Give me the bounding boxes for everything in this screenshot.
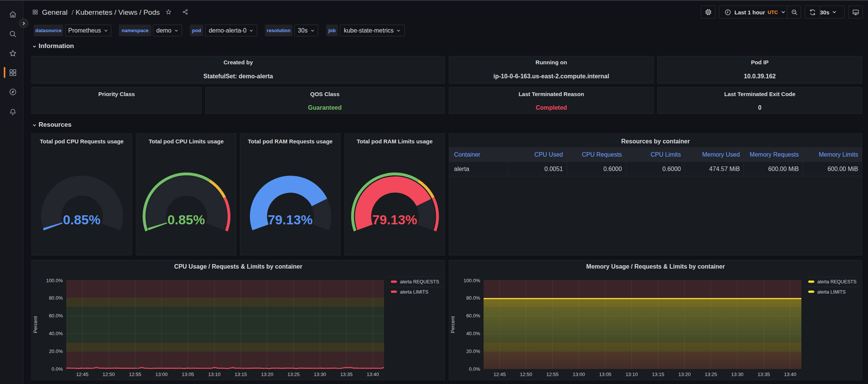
svg-text:13:25: 13:25 <box>288 372 300 377</box>
svg-text:12:55: 12:55 <box>546 372 559 377</box>
svg-text:40.0%: 40.0% <box>49 331 63 336</box>
svg-text:13:35: 13:35 <box>758 372 770 377</box>
svg-text:13:30: 13:30 <box>731 372 744 377</box>
svg-text:20.0%: 20.0% <box>466 348 480 354</box>
svg-text:13:40: 13:40 <box>367 372 379 377</box>
svg-text:Percent: Percent <box>450 316 456 333</box>
svg-text:alerta REQUESTS: alerta REQUESTS <box>817 279 857 285</box>
svg-text:Percent: Percent <box>33 316 38 333</box>
svg-text:13:25: 13:25 <box>705 372 717 377</box>
svg-text:12:45: 12:45 <box>493 372 506 377</box>
svg-text:13:15: 13:15 <box>235 372 247 377</box>
svg-text:80.0%: 80.0% <box>466 295 480 301</box>
svg-text:13:00: 13:00 <box>573 372 585 377</box>
svg-text:13:20: 13:20 <box>261 372 274 377</box>
svg-text:13:00: 13:00 <box>156 372 168 377</box>
svg-text:12:50: 12:50 <box>520 372 532 377</box>
svg-text:12:55: 12:55 <box>129 372 142 377</box>
svg-text:13:15: 13:15 <box>652 372 664 377</box>
svg-text:13:40: 13:40 <box>784 372 796 377</box>
svg-text:alerta LIMITS: alerta LIMITS <box>817 289 846 295</box>
svg-text:13:10: 13:10 <box>625 372 638 377</box>
svg-text:60.0%: 60.0% <box>49 313 63 319</box>
svg-text:12:45: 12:45 <box>76 372 89 377</box>
svg-text:13:05: 13:05 <box>182 372 194 377</box>
svg-text:12:50: 12:50 <box>103 372 115 377</box>
svg-text:80.0%: 80.0% <box>49 295 63 301</box>
svg-text:alerta REQUESTS: alerta REQUESTS <box>400 279 439 285</box>
svg-text:13:05: 13:05 <box>599 372 611 377</box>
svg-text:13:20: 13:20 <box>678 372 691 377</box>
svg-text:13:30: 13:30 <box>314 372 326 377</box>
svg-text:100.0%: 100.0% <box>464 278 481 283</box>
svg-text:40.0%: 40.0% <box>466 331 480 336</box>
svg-text:60.0%: 60.0% <box>466 313 480 319</box>
svg-text:0.0%: 0.0% <box>469 366 480 372</box>
svg-text:20.0%: 20.0% <box>49 348 63 354</box>
svg-text:13:35: 13:35 <box>340 372 353 377</box>
svg-text:alerta LIMITS: alerta LIMITS <box>400 289 428 295</box>
svg-text:0.0%: 0.0% <box>51 366 63 372</box>
svg-text:100.0%: 100.0% <box>46 278 63 283</box>
svg-text:13:10: 13:10 <box>208 372 221 377</box>
